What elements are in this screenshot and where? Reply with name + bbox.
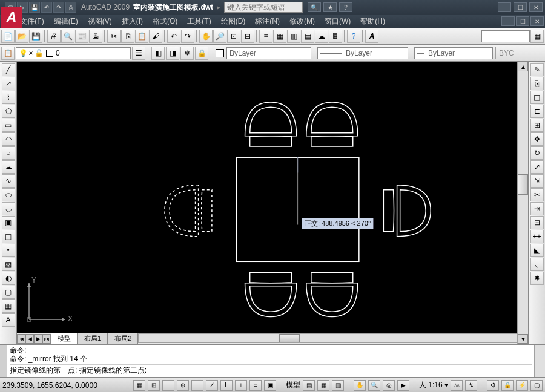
style-combo[interactable] xyxy=(481,30,530,42)
tab-last-icon[interactable]: ⏭ xyxy=(42,334,51,344)
break-icon[interactable]: ⊟ xyxy=(530,216,544,229)
minimize-icon[interactable]: — xyxy=(498,2,511,12)
offset-icon[interactable]: ⊏ xyxy=(530,105,544,118)
fillet-icon[interactable]: ◟ xyxy=(530,258,544,271)
menu-format[interactable]: 格式(O) xyxy=(148,15,182,28)
tb-redo-icon[interactable]: ↷ xyxy=(181,30,194,43)
v-scroll-thumb[interactable] xyxy=(518,174,528,195)
pan2-icon[interactable]: ✋ xyxy=(354,380,366,391)
spline-icon[interactable]: ∿ xyxy=(2,174,15,188)
cmd-grip[interactable] xyxy=(0,345,7,377)
maximize-icon[interactable]: ☐ xyxy=(514,2,527,12)
toolbar-lock-icon[interactable]: 🔒 xyxy=(501,380,514,391)
clean-screen-icon[interactable]: ▢ xyxy=(530,380,543,391)
app-logo[interactable]: A xyxy=(1,7,22,28)
menu-insert[interactable]: 插入(I) xyxy=(117,15,148,28)
explode-icon[interactable]: ✸ xyxy=(530,272,544,285)
wheel-icon[interactable]: ◎ xyxy=(383,380,395,391)
tb-sheet-icon[interactable]: ▤ xyxy=(301,30,314,43)
anno-vis-icon[interactable]: ⚖ xyxy=(451,380,463,391)
tb-open-icon[interactable]: 📂 xyxy=(15,30,28,43)
tab-next-icon[interactable]: ▶ xyxy=(34,334,42,344)
command-text[interactable]: 命令: 命令: _mirror 找到 14 个 指定镜像线的第一点: 指定镜像线… xyxy=(7,345,534,377)
mirror-icon[interactable]: ◫ xyxy=(530,91,544,104)
tb-props-icon[interactable]: ≡ xyxy=(259,30,272,43)
layer-frz-icon[interactable]: ❄ xyxy=(180,47,194,60)
rotate-icon[interactable]: ↻ xyxy=(530,146,544,160)
chamfer-icon[interactable]: ◣ xyxy=(530,244,544,257)
tb-new-icon[interactable]: 📄 xyxy=(1,30,15,43)
tb-zoom-rt-icon[interactable]: 🔎 xyxy=(213,30,226,43)
tb-zoom-prev-icon[interactable]: ⊟ xyxy=(241,30,254,43)
tb-cut-icon[interactable]: ✂ xyxy=(107,30,121,43)
tb-save-icon[interactable]: 💾 xyxy=(29,30,42,43)
revcloud-icon[interactable]: ☁ xyxy=(2,160,15,174)
close-icon[interactable]: ✕ xyxy=(529,2,543,12)
copy-obj-icon[interactable]: ⎘ xyxy=(530,77,544,90)
sub-minimize-icon[interactable]: — xyxy=(501,16,515,26)
tb-table-style-icon[interactable]: ▦ xyxy=(530,30,544,43)
h-scrollbar[interactable] xyxy=(138,333,517,343)
ellipse-icon[interactable]: ⬭ xyxy=(2,188,15,201)
table-icon[interactable]: ▦ xyxy=(2,299,15,313)
tb-print-icon[interactable]: 🖨 xyxy=(47,30,61,43)
qat-redo-icon[interactable]: ↷ xyxy=(53,2,64,13)
drawing-canvas[interactable]: 正交: 488.4956 < 270° X Y xyxy=(17,62,517,333)
sub-close-icon[interactable]: ✕ xyxy=(530,16,544,26)
tb-zoom-win-icon[interactable]: ⊡ xyxy=(227,30,240,43)
tb-calc-icon[interactable]: 🖩 xyxy=(329,30,342,43)
layer-off-icon[interactable]: ◨ xyxy=(166,47,179,60)
color-combo[interactable]: ByLayer xyxy=(226,47,311,59)
arc-icon[interactable]: ◠ xyxy=(2,132,15,146)
polygon-icon[interactable]: ⬠ xyxy=(2,105,15,118)
tb-help2-icon[interactable]: ? xyxy=(347,30,360,43)
tb-plot-icon[interactable]: 🖶 xyxy=(89,30,102,43)
lwt-toggle[interactable]: ≡ xyxy=(249,380,262,391)
qview-dwg-icon[interactable]: ▥ xyxy=(332,380,344,391)
linetype-combo[interactable]: ———ByLayer xyxy=(317,47,408,59)
cmd-scrollbar[interactable] xyxy=(534,345,545,377)
coordinates[interactable]: 239.3509, 1655.6204, 0.0000 xyxy=(2,381,124,390)
menu-view[interactable]: 视图(V) xyxy=(83,15,117,28)
zoom2-icon[interactable]: 🔍 xyxy=(368,380,380,391)
sub-maximize-icon[interactable]: ☐ xyxy=(516,16,529,26)
dyn-toggle[interactable]: + xyxy=(235,380,247,391)
tab-model[interactable]: 模型 xyxy=(51,333,78,344)
scale-icon[interactable]: ⤢ xyxy=(530,160,544,174)
polar-toggle[interactable]: ⊕ xyxy=(177,380,189,391)
qat-save-icon[interactable]: 💾 xyxy=(29,2,40,13)
tb-undo-icon[interactable]: ↶ xyxy=(167,30,180,43)
hatch-icon[interactable]: ▧ xyxy=(2,258,15,271)
menu-tools[interactable]: 工具(T) xyxy=(182,15,216,28)
tb-preview-icon[interactable]: 🔍 xyxy=(61,30,74,43)
model-space-label[interactable]: 模型 xyxy=(286,380,300,390)
tab-first-icon[interactable]: ⏮ xyxy=(17,334,25,344)
model-layout-icon[interactable]: ▤ xyxy=(303,380,315,391)
point-icon[interactable]: • xyxy=(2,244,15,257)
qview-lay-icon[interactable]: ▦ xyxy=(317,380,329,391)
layer-prev-icon[interactable]: ☰ xyxy=(132,47,145,60)
tb-paste-icon[interactable]: 📋 xyxy=(135,30,148,43)
erase-icon[interactable]: ✎ xyxy=(530,63,544,76)
menu-help[interactable]: 帮助(H) xyxy=(355,15,390,28)
anno-scale[interactable]: 人 1:16 ▾ xyxy=(419,380,448,390)
osnap-toggle[interactable]: □ xyxy=(191,380,203,391)
anno-auto-icon[interactable]: ↯ xyxy=(465,380,477,391)
tb-copy-icon[interactable]: ⎘ xyxy=(121,30,134,43)
tb-pan-icon[interactable]: ✋ xyxy=(199,30,213,43)
color-swatch[interactable] xyxy=(216,49,224,57)
ortho-toggle[interactable]: ∟ xyxy=(162,380,174,391)
layer-selector[interactable]: 💡 ☀ 🔓 0 xyxy=(16,47,131,59)
ws-switch-icon[interactable]: ⚙ xyxy=(487,380,499,391)
layer-mgr-icon[interactable]: 📋 xyxy=(1,47,15,60)
qat-print-icon[interactable]: ⎙ xyxy=(65,2,76,13)
search-go-icon[interactable]: 🔍 xyxy=(308,2,321,12)
v-scrollbar[interactable]: ▴ ▾ xyxy=(517,62,528,344)
layer-iso-icon[interactable]: ◧ xyxy=(151,47,165,60)
menu-draw[interactable]: 绘图(D) xyxy=(216,15,251,28)
stretch-icon[interactable]: ⇲ xyxy=(530,174,544,188)
tb-match-icon[interactable]: 🖌 xyxy=(149,30,162,43)
block-icon[interactable]: ◫ xyxy=(2,230,15,243)
rect-icon[interactable]: ▭ xyxy=(2,119,15,132)
menu-window[interactable]: 窗口(W) xyxy=(320,15,355,28)
